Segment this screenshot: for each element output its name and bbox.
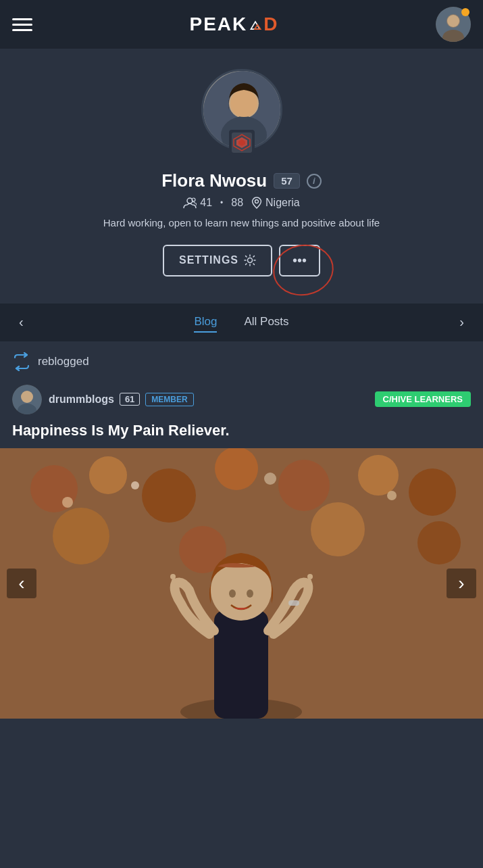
post-author-row: drummblogs 61 MEMBER C/HIVE LEARNERS [0, 379, 483, 421]
settings-label: SETTINGS [179, 254, 238, 266]
svg-point-36 [387, 491, 397, 500]
svg-point-9 [230, 90, 257, 117]
svg-point-47 [306, 579, 311, 584]
author-rep-badge: 61 [120, 393, 140, 406]
user-avatar-button[interactable] [436, 7, 471, 42]
svg-point-23 [89, 456, 127, 494]
svg-point-31 [311, 502, 365, 556]
svg-rect-42 [288, 600, 299, 606]
svg-point-35 [264, 473, 276, 485]
stat-separator: • [220, 198, 223, 208]
svg-point-29 [53, 508, 109, 564]
svg-point-44 [172, 579, 177, 584]
svg-point-34 [131, 481, 139, 489]
author-name[interactable]: drummblogs [49, 393, 114, 406]
logo-peak-text: PEAK [189, 14, 247, 35]
logo-mountain-icon [248, 17, 263, 32]
info-icon[interactable]: i [307, 174, 322, 189]
svg-point-25 [215, 448, 258, 490]
post-title[interactable]: Happiness Is My Pain Reliever. [0, 421, 483, 449]
member-badge[interactable]: MEMBER [145, 393, 193, 406]
author-info: drummblogs 61 MEMBER C/HIVE LEARNERS [49, 391, 471, 407]
author-avatar [12, 385, 42, 414]
tabs-next-button[interactable]: › [454, 309, 469, 335]
followers-count: 41 [200, 197, 212, 209]
author-avatar-image [12, 385, 42, 414]
more-label: ••• [293, 253, 307, 268]
tab-all-posts[interactable]: All Posts [244, 312, 288, 333]
tabs-prev-icon: ‹ [19, 314, 24, 329]
post-image-prev-button[interactable]: ‹ [7, 569, 36, 598]
profile-avatar-wrap [201, 69, 282, 150]
reblog-icon [12, 352, 31, 371]
tabs-prev-button[interactable]: ‹ [14, 309, 29, 335]
profile-bio: Hard working, open to learn new things a… [103, 216, 380, 231]
svg-point-27 [358, 455, 399, 496]
svg-rect-38 [214, 610, 268, 719]
content-area: reblogged drummblogs 61 MEMBER C/HIVE LE… [0, 341, 483, 726]
svg-point-48 [307, 574, 313, 579]
more-button[interactable]: ••• [279, 245, 320, 276]
following-count: 88 [231, 197, 243, 209]
svg-point-41 [247, 589, 253, 598]
logo: PEAK D [189, 14, 278, 35]
svg-point-5 [447, 15, 459, 27]
post-item: drummblogs 61 MEMBER C/HIVE LEARNERS Hap… [0, 379, 483, 726]
profile-stats: 41 • 88 Nigeria [183, 197, 299, 209]
profile-actions: SETTINGS ••• [163, 245, 320, 276]
svg-point-19 [21, 391, 33, 403]
svg-point-24 [142, 468, 196, 523]
svg-point-45 [170, 574, 176, 579]
tabs-next-icon: › [459, 314, 464, 329]
svg-marker-1 [255, 25, 261, 30]
community-badge[interactable]: C/HIVE LEARNERS [375, 391, 471, 407]
svg-point-17 [248, 258, 253, 263]
menu-button[interactable] [12, 18, 32, 31]
profile-section: Flora Nwosu 57 i 41 • 88 Nigeria Hard [0, 49, 483, 297]
gear-icon [244, 254, 256, 266]
profile-name-row: Flora Nwosu 57 i [161, 170, 322, 191]
reputation-badge: 57 [274, 173, 300, 189]
reblogged-bar: reblogged [0, 341, 483, 379]
svg-point-16 [255, 200, 259, 203]
location-text: Nigeria [265, 197, 300, 209]
hive-logo-icon [232, 132, 252, 153]
svg-point-33 [62, 497, 73, 508]
profile-name: Flora Nwosu [161, 170, 267, 191]
svg-point-32 [417, 521, 461, 564]
following-stat: 88 [231, 197, 243, 209]
tabs-bar: ‹ Blog All Posts › [0, 304, 483, 341]
svg-point-40 [229, 589, 236, 598]
svg-point-28 [409, 468, 456, 516]
followers-stat: 41 [183, 197, 212, 209]
reblogged-text: reblogged [38, 355, 89, 368]
logo-d-text: D [263, 14, 278, 35]
location-icon [251, 197, 262, 209]
post-image-background [0, 448, 483, 719]
tab-items: Blog All Posts [194, 312, 288, 333]
header: PEAK D [0, 0, 483, 49]
notification-dot [461, 8, 469, 16]
svg-point-26 [278, 460, 330, 511]
hive-badge [229, 130, 255, 155]
post-image-next-button[interactable]: › [447, 569, 476, 598]
tab-blog[interactable]: Blog [194, 312, 217, 333]
followers-icon [183, 197, 197, 209]
post-image: ‹ › [0, 448, 483, 719]
location-stat: Nigeria [251, 197, 300, 209]
settings-button[interactable]: SETTINGS [163, 245, 272, 276]
